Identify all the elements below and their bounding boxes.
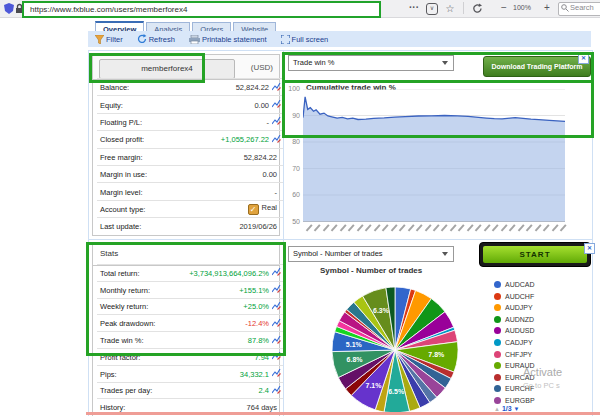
row-label: Equity: (97, 101, 123, 110)
trade-win-dropdown[interactable]: Trade win % (288, 55, 454, 71)
sparkline-icon[interactable] (272, 319, 281, 327)
search-icon (561, 4, 569, 12)
svg-text:6.3%: 6.3% (373, 307, 390, 314)
ad-close-icon[interactable]: ✕ (578, 53, 589, 64)
sparkline-icon[interactable] (272, 285, 281, 293)
table-row: Closed profit:+1,055,267.22 (97, 130, 283, 148)
table-row: Trades per day:2.4 (97, 382, 283, 400)
sparkline-icon[interactable] (272, 386, 281, 394)
row-value: 52,824.22 (143, 153, 277, 162)
legend-label: AUDCAD (505, 281, 535, 288)
start-ad-button[interactable]: START (483, 246, 587, 263)
screen: https://www.fxblue.com/users/memberforex… (0, 0, 600, 416)
row-value: +155.1% (150, 286, 269, 295)
sparkline-icon[interactable] (272, 100, 281, 108)
refresh-button[interactable]: Refresh (137, 34, 175, 44)
legend-item-eurgbp[interactable]: EURGBP (494, 397, 535, 404)
url-bar[interactable]: https://www.fxblue.com/users/memberforex… (22, 1, 381, 18)
legend-pagination: ▲ 1/3 ▼ (494, 405, 520, 412)
row-label: Last update: (97, 222, 141, 231)
stats-table: Total return:+3,734,913,664,096.2%Monthl… (92, 264, 280, 416)
row-label: Monthly return: (97, 286, 150, 295)
row-label: Margin level: (97, 188, 143, 197)
row-label: Floating P/L: (97, 118, 142, 127)
sparkline-icon[interactable] (272, 135, 281, 143)
chrome-divider (463, 2, 464, 14)
printable-statement-button[interactable]: Printable statement (189, 35, 267, 44)
zoom-in-button[interactable]: + (540, 0, 554, 16)
checkbox-checked-icon[interactable]: ✓ (248, 204, 259, 215)
bookmark-star-icon[interactable]: ☆ (443, 1, 457, 17)
page-toolbar: Filter Refresh Printable statement Full … (88, 31, 591, 47)
svg-text:5.1%: 5.1% (346, 341, 363, 348)
fullscreen-icon (281, 35, 290, 44)
table-row: Trade win %:87.8% (97, 331, 283, 349)
table-row: Monthly return:+155.1% (97, 281, 283, 299)
refresh-label: Refresh (149, 35, 175, 44)
row-value: 0.00 (123, 101, 269, 110)
sparkline-icon[interactable] (272, 83, 281, 91)
sparkline-icon[interactable] (272, 352, 281, 360)
legend-item-cadjpy[interactable]: CADJPY (494, 339, 533, 346)
start-ad[interactable]: START (479, 242, 591, 267)
overflow-menu-icon[interactable]: ··· (406, 0, 422, 16)
legend-label: EURGBP (505, 397, 535, 404)
legend-item-audjpy[interactable]: AUDJPY (494, 304, 533, 311)
shield-icon[interactable] (4, 3, 14, 14)
stats-header-label: Stats (100, 243, 118, 265)
row-value: ✓Real (145, 203, 277, 215)
download-trading-platform-ad[interactable]: Download Trading Platform (483, 56, 591, 77)
row-value: 764 days (125, 403, 277, 412)
filter-button[interactable]: Filter (95, 35, 123, 44)
row-label: Total return: (97, 269, 140, 278)
svg-text:6.5%: 6.5% (388, 388, 405, 395)
legend-label: AUDUSD (505, 327, 535, 334)
account-name-selector[interactable]: memberforex4 (99, 59, 235, 79)
sparkline-icon[interactable] (272, 268, 281, 276)
row-value: - (142, 118, 269, 127)
legend-item-audcad[interactable]: AUDCAD (494, 281, 535, 288)
legend-color-dot (494, 304, 501, 311)
row-value: 2019/06/26 (141, 222, 277, 231)
pie-chart-title: Symbol - Number of trades (320, 266, 422, 275)
table-row: Total return:+3,734,913,664,096.2% (97, 264, 283, 282)
symbol-dropdown[interactable]: Symbol - Number of trades (288, 246, 454, 262)
table-row: Pips:34,332.1 (97, 365, 283, 383)
legend-item-chfjpy[interactable]: CHFJPY (494, 351, 532, 358)
sparkline-icon[interactable] (272, 302, 281, 310)
row-label: Profit factor: (97, 353, 140, 362)
tab-bar: OverviewAnalysisOrdersWebsite (95, 18, 278, 31)
row-label: Free margin: (97, 153, 143, 162)
y-axis-tick: 80 (284, 138, 300, 145)
legend-item-audnzd[interactable]: AUDNZD (494, 316, 534, 323)
table-row: Equity:0.00 (97, 95, 283, 113)
svg-text:6.8%: 6.8% (347, 356, 364, 363)
activate-watermark-line1: Activate (523, 366, 562, 378)
legend-item-audchf[interactable]: AUDCHF (494, 293, 534, 300)
row-label: History: (97, 403, 125, 412)
full-screen-button[interactable]: Full screen (281, 35, 329, 44)
row-label: Trade win %: (97, 336, 144, 345)
row-value: +3,734,913,664,096.2% (140, 269, 269, 278)
zoom-level[interactable]: 100% (513, 4, 531, 11)
row-label: Pips: (97, 370, 117, 379)
stats-header: Stats (92, 242, 280, 266)
y-axis-tick: 60 (284, 191, 300, 198)
search-placeholder: Search (570, 3, 594, 12)
row-value: -12.4% (155, 319, 269, 328)
zoom-out-button[interactable]: − (497, 0, 511, 16)
row-label: Peak drawdown: (97, 319, 155, 328)
pocket-icon[interactable]: ∨ (426, 3, 438, 15)
table-row: Profit factor:7.94 (97, 348, 283, 366)
legend-item-audusd[interactable]: AUDUSD (494, 327, 535, 334)
legend-color-dot (494, 351, 501, 358)
reload-icon[interactable] (472, 3, 483, 14)
printable-statement-label: Printable statement (202, 35, 267, 44)
sparkline-icon[interactable] (272, 369, 281, 377)
legend-color-dot (494, 281, 501, 288)
y-axis-tick: 90 (284, 112, 300, 119)
legend-label: AUDCHF (505, 293, 534, 300)
sparkline-icon[interactable] (272, 117, 281, 125)
sparkline-icon[interactable] (272, 336, 281, 344)
ad-close-icon[interactable]: ✕ (584, 243, 595, 254)
